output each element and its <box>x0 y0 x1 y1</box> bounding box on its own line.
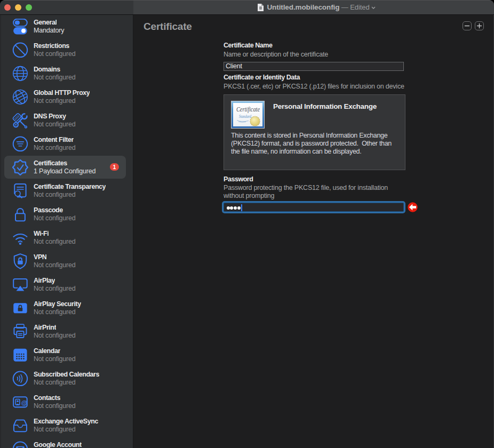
svg-text:Certificate: Certificate <box>236 106 260 113</box>
svg-text:@: @ <box>21 399 27 406</box>
svg-text:Standard: Standard <box>239 114 252 119</box>
